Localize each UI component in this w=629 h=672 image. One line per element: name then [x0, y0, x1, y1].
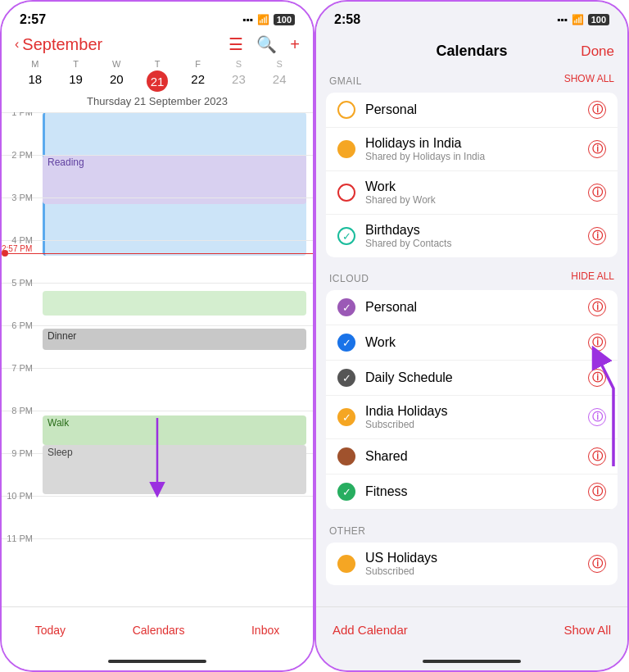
date-21-today[interactable]: 21: [147, 70, 168, 92]
india-holidays-info-btn[interactable]: ⓘ: [588, 408, 606, 426]
birthdays-item[interactable]: ✓ Birthdays Shared by Contacts ⓘ: [326, 215, 618, 257]
left-status-icons: ▪▪▪ 📶 100: [242, 14, 295, 25]
gmail-work-sub: Shared by Work: [365, 194, 588, 206]
gmail-work-info-btn[interactable]: ⓘ: [588, 184, 606, 202]
date-18[interactable]: 18: [15, 70, 56, 92]
gmail-calendar-list: Personal ⓘ Holidays in India Shared by H…: [326, 93, 618, 257]
daily-schedule-circle: ✓: [337, 369, 355, 387]
fitness-item[interactable]: ✓ Fitness ⓘ: [326, 474, 618, 510]
holidays-india-circle: [337, 140, 355, 158]
header-icons: ☰ 🔍 +: [229, 34, 300, 54]
month-label[interactable]: ‹ September: [15, 35, 102, 54]
done-button[interactable]: Done: [581, 43, 614, 60]
list-icon[interactable]: ☰: [229, 34, 243, 54]
us-holidays-item[interactable]: US Holidays Subscribed ⓘ: [326, 543, 618, 585]
search-icon[interactable]: 🔍: [256, 34, 277, 54]
birthdays-sub: Shared by Contacts: [365, 238, 588, 249]
india-holidays-info: India Holidays Subscribed: [365, 404, 588, 430]
left-home-bar: [108, 660, 206, 663]
time-1pm: 1 PM: [2, 112, 38, 117]
time-row-10pm: 10 PM: [2, 496, 313, 538]
hide-all-icloud[interactable]: HIDE ALL: [571, 270, 614, 282]
india-holidays-circle: ✓: [337, 408, 355, 426]
time-2pm: 2 PM: [2, 150, 38, 160]
event-sleep[interactable]: Sleep: [43, 445, 306, 494]
right-home-indicator: [316, 652, 627, 670]
shared-info-btn[interactable]: ⓘ: [588, 447, 606, 465]
nav-inbox[interactable]: Inbox: [251, 624, 279, 637]
shared-item[interactable]: Shared ⓘ: [326, 439, 618, 474]
show-all-gmail[interactable]: SHOW ALL: [564, 73, 614, 84]
us-holidays-name: US Holidays: [365, 551, 588, 565]
time-8pm: 8 PM: [2, 406, 38, 415]
date-20[interactable]: 20: [96, 70, 137, 92]
us-holidays-circle: [337, 555, 355, 573]
shared-info: Shared: [365, 449, 588, 464]
event-walk[interactable]: Walk: [43, 415, 306, 445]
birthdays-info: Birthdays Shared by Contacts: [365, 223, 588, 249]
time-row-4pm: 4 PM: [2, 240, 313, 283]
time-row-3pm: 3 PM: [2, 198, 313, 240]
icloud-work-name: Work: [365, 335, 588, 350]
gmail-work-name: Work: [365, 179, 588, 194]
holidays-india-item[interactable]: Holidays in India Shared by Holidays in …: [326, 128, 618, 171]
battery-icon: 100: [274, 14, 295, 25]
gmail-section-header: GMAIL SHOW ALL: [316, 66, 627, 89]
fitness-info: Fitness: [365, 484, 588, 499]
right-status-icons: ▪▪▪ 📶 100: [557, 14, 609, 25]
calendar-scroll[interactable]: 1 PM Reading 2 PM 3 PM 2:57 PM: [2, 112, 313, 606]
add-icon[interactable]: +: [290, 35, 300, 54]
date-23[interactable]: 23: [219, 70, 260, 92]
icloud-work-circle: ✓: [337, 334, 355, 352]
daily-schedule-info-btn[interactable]: ⓘ: [588, 369, 606, 387]
back-chevron[interactable]: ‹: [15, 37, 19, 52]
right-wifi-icon: 📶: [572, 14, 584, 25]
gmail-personal-item[interactable]: Personal ⓘ: [326, 93, 618, 128]
time-row-2pm: 2 PM: [2, 155, 313, 198]
daily-schedule-name: Daily Schedule: [365, 370, 588, 385]
time-row-11pm: 11 PM: [2, 538, 313, 581]
month-row: ‹ September ☰ 🔍 +: [15, 34, 300, 54]
icloud-work-info-btn[interactable]: ⓘ: [588, 334, 606, 352]
left-bottom-nav: Today Calendars Inbox: [2, 606, 313, 652]
left-home-indicator: [2, 652, 313, 670]
dates-row: 18 19 20 21 22 23 24: [15, 70, 300, 92]
icloud-work-item[interactable]: ✓ Work ⓘ: [326, 325, 618, 361]
gmail-personal-info-btn[interactable]: ⓘ: [588, 101, 606, 119]
fitness-circle: ✓: [337, 483, 355, 501]
gmail-personal-info: Personal: [365, 102, 588, 117]
time-row-7pm: 7 PM: [2, 368, 313, 411]
us-holidays-info: US Holidays Subscribed: [365, 551, 588, 577]
time-5pm: 5 PM: [2, 278, 38, 288]
holidays-india-info-btn[interactable]: ⓘ: [588, 140, 606, 158]
birthdays-info-btn[interactable]: ⓘ: [588, 227, 606, 245]
fitness-info-btn[interactable]: ⓘ: [588, 483, 606, 501]
fitness-name: Fitness: [365, 484, 588, 499]
date-22[interactable]: 22: [178, 70, 219, 92]
gmail-work-item[interactable]: Work Shared by Work ⓘ: [326, 171, 618, 215]
india-holidays-item[interactable]: ✓ India Holidays Subscribed ⓘ: [326, 396, 618, 439]
india-holidays-name: India Holidays: [365, 404, 588, 419]
nav-today[interactable]: Today: [35, 624, 66, 637]
icloud-personal-info-btn[interactable]: ⓘ: [588, 298, 606, 316]
add-calendar-btn[interactable]: Add Calendar: [333, 623, 408, 637]
birthdays-name: Birthdays: [365, 223, 588, 238]
gmail-work-info: Work Shared by Work: [365, 179, 588, 206]
event-green-bg[interactable]: [43, 291, 306, 316]
other-label: OTHER: [329, 525, 366, 537]
shared-circle: [337, 447, 355, 465]
icloud-personal-item[interactable]: ✓ Personal ⓘ: [326, 290, 618, 325]
time-11pm: 11 PM: [2, 534, 38, 543]
red-bar: [8, 253, 313, 254]
date-24[interactable]: 24: [259, 70, 300, 92]
event-dinner[interactable]: Dinner: [43, 329, 306, 350]
nav-calendars[interactable]: Calendars: [133, 624, 185, 637]
daily-schedule-item[interactable]: ✓ Daily Schedule ⓘ: [326, 361, 618, 396]
day-header-wed: W: [96, 59, 137, 70]
show-all-btn[interactable]: Show All: [563, 623, 611, 637]
date-19[interactable]: 19: [56, 70, 97, 92]
us-holidays-sub: Subscribed: [365, 565, 588, 577]
us-holidays-info-btn[interactable]: ⓘ: [588, 555, 606, 573]
time-row-1pm: 1 PM: [2, 112, 313, 155]
day-header-fri: F: [178, 59, 219, 70]
